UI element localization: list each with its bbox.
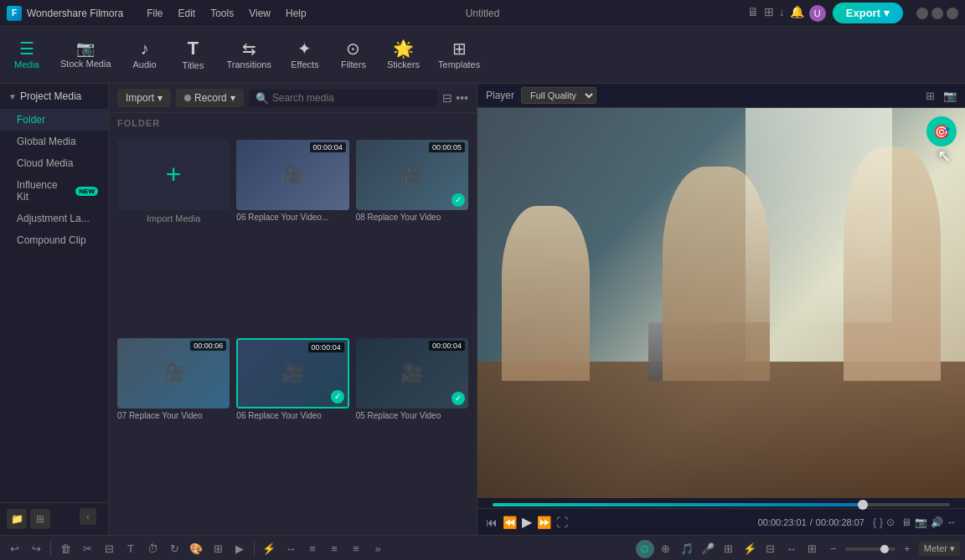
duration-badge-vid3: 00:00:06 [190,341,226,351]
overflow-icon[interactable]: » [369,540,387,558]
step-forward-button[interactable]: ⏩ [537,516,551,529]
monitor-icon2[interactable]: 🖥 [901,516,911,528]
collapse-panel-button[interactable]: ‹ [80,508,96,525]
export2[interactable]: ⊞ [803,540,822,558]
filter-icon[interactable]: ⊟ [442,91,452,105]
text-button[interactable]: T [121,540,140,558]
effects-btn[interactable]: ⚡ [741,540,759,558]
templates-icon: ⊞ [452,40,467,57]
window-controls: — □ ✕ [916,8,958,19]
record-button[interactable]: Record ▾ [176,89,244,107]
play-button[interactable]: ▶ [522,514,532,530]
snapshot-toolbar-icon[interactable]: 📷 [943,90,957,102]
minimize-button[interactable]: — [916,8,928,19]
toolbar-item-stock-media[interactable]: 📷 Stock Media [52,38,120,72]
split3[interactable]: ⊞ [720,540,738,558]
undo-button[interactable]: ↩ [5,540,23,558]
import-button[interactable]: Import ▾ [117,89,171,107]
meter-button[interactable]: Meter ▾ [919,542,960,556]
progress-handle[interactable] [858,500,868,510]
in-point-icon[interactable]: { [873,516,876,528]
snapshot-button[interactable]: 🎯 [926,116,957,146]
duration-badge-vid2: 00:00:05 [429,142,465,152]
camera-icon[interactable]: 📷 [915,516,927,528]
clip-settings-icon[interactable]: ⊙ [886,516,895,528]
sidebar-item-influence-kit[interactable]: Influence Kit NEW [0,174,108,208]
sidebar-item-cloud-media[interactable]: Cloud Media [0,152,108,174]
crop-button[interactable]: ⊞ [209,540,227,558]
more3[interactable]: ≡ [325,540,343,558]
media-item-vid1[interactable]: 🎥 00:00:04 06 Replace Your Video... [236,140,348,331]
close-button[interactable]: ✕ [947,8,958,19]
out-point-icon[interactable]: } [880,516,883,528]
menu-edit[interactable]: Edit [172,6,203,21]
zoom-slider[interactable] [845,547,895,551]
menu-tools[interactable]: Tools [204,6,240,21]
expand-icon[interactable]: ↔ [947,516,957,528]
toolbar-item-audio[interactable]: ♪ Audio [121,37,168,73]
more4[interactable]: ≡ [347,540,365,558]
project-media-header[interactable]: ▼ Project Media [0,84,108,109]
fullscreen-button[interactable]: ⛶ [556,516,568,529]
toolbar-item-stickers[interactable]: 🌟 Stickers [379,37,428,73]
delete-button[interactable]: 🗑 [56,540,75,558]
menu-help[interactable]: Help [279,6,313,21]
redo-button[interactable]: ↪ [27,540,45,558]
export-button[interactable]: Export ▾ [833,3,903,23]
menu-file[interactable]: File [140,6,169,21]
audio-stretch[interactable]: ↔ [281,540,300,558]
layout-icon[interactable]: ⊞ [926,90,935,102]
split-btn2[interactable]: ⚡ [260,540,278,558]
import-media-item[interactable]: + Import Media [117,140,230,331]
color-button[interactable]: 🎨 [187,540,205,558]
more-options-icon[interactable]: ••• [456,91,468,105]
import-placeholder[interactable]: + [117,140,230,210]
preview-video: 🎯 ↖ [477,108,965,498]
more2[interactable]: ≡ [303,540,322,558]
media-item-vid4[interactable]: 🎥 00:00:04 ✓ 06 Replace Your Video [236,338,348,528]
step-back-button[interactable]: ⏪ [503,516,517,529]
search-input[interactable] [272,92,431,104]
toolbar-item-effects[interactable]: ✦ Effects [281,37,328,73]
progress-track[interactable] [493,503,950,506]
toolbar-item-media[interactable]: ☰ Media [3,37,50,73]
transition-btn[interactable]: ↔ [782,540,801,558]
more-button[interactable]: ▶ [230,540,249,558]
zoom-handle[interactable] [880,545,889,553]
split-audio-button[interactable]: ⊟ [100,540,118,558]
media-item-vid2[interactable]: 🎥 00:00:05 ✓ 08 Replace Your Video [356,140,468,331]
sidebar-item-compound-clip[interactable]: Compound Clip [0,229,108,251]
media-grid: + Import Media 🎥 00:00:04 06 Replace You… [109,133,477,535]
zoom-out[interactable]: − [824,540,843,558]
toolbar-item-templates[interactable]: ⊞ Templates [430,37,488,73]
zoom-in[interactable]: + [898,540,916,558]
media-item-vid5[interactable]: 🎥 00:00:04 ✓ 05 Replace Your Video [356,338,468,528]
media-item-vid3[interactable]: 🎥 00:00:06 07 Replace Your Video [117,338,230,528]
menu-view[interactable]: View [242,6,277,21]
sidebar-item-folder[interactable]: Folder [0,109,108,131]
loop-button[interactable]: ↻ [165,540,183,558]
sidebar-item-adjustment[interactable]: Adjustment La... [0,208,108,229]
smart-collection-button[interactable]: ⊞ [30,509,50,529]
mic-btn[interactable]: 🎤 [699,540,717,558]
sidebar-item-global-media[interactable]: Global Media [0,131,108,152]
audio-btn[interactable]: 🎵 [678,540,696,558]
search-box[interactable]: 🔍 [249,90,438,107]
preview-actions: ⊞ 📷 [926,90,957,102]
toolbar-item-transitions[interactable]: ⇆ Transitions [219,37,280,73]
project-media-title: Project Media [20,90,81,102]
auto-normalize[interactable]: ⊕ [657,540,675,558]
more-effects[interactable]: ⊟ [761,540,780,558]
toolbar-item-filters[interactable]: ⊙ Filters [330,37,377,73]
snap-button[interactable]: ⊙ [636,540,654,558]
toolbar-item-titles[interactable]: T Titles [170,36,217,74]
maximize-button[interactable]: □ [931,8,943,19]
cut-button[interactable]: ✂ [78,540,96,558]
speed-button[interactable]: ⏱ [143,540,162,558]
check-badge-vid5: ✓ [452,392,465,405]
go-to-start-button[interactable]: ⏮ [486,516,498,529]
new-folder-button[interactable]: 📁 [7,509,27,529]
volume-icon[interactable]: 🔊 [931,516,943,528]
quality-select[interactable]: Full Quality [521,87,596,104]
titles-icon: T [188,39,199,58]
